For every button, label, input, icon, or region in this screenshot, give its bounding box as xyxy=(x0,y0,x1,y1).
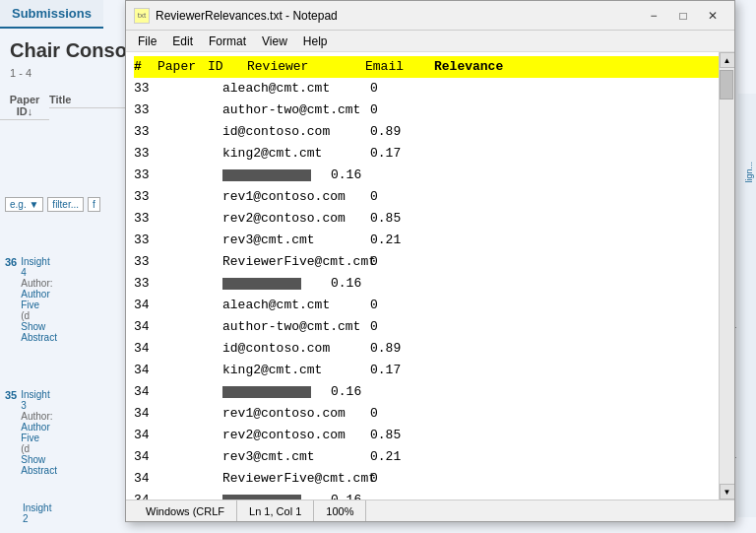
pid-34-8: 34 xyxy=(134,447,183,468)
paper-id-column-header[interactable]: Paper ID↓ xyxy=(0,94,49,120)
data-row-14: 34 king2@cmt.cmt 0.17 xyxy=(134,360,726,381)
paper-extra-35: (d xyxy=(21,443,57,454)
rel-34-8: 0.21 xyxy=(370,447,401,468)
email-34-3: id@contoso.com xyxy=(183,339,370,360)
paper-title-36: Insight xyxy=(21,256,57,267)
rel-33-4: 0.17 xyxy=(370,144,401,165)
email-33-4: king2@cmt.cmt xyxy=(183,144,370,165)
header-email: Email xyxy=(365,57,434,78)
data-row-7: 33 rev2@contoso.com 0.85 xyxy=(134,208,726,230)
pid-34-1: 34 xyxy=(134,296,183,316)
pid-34-3: 34 xyxy=(134,339,183,360)
show-abstract-35[interactable]: Show xyxy=(21,454,57,465)
maximize-button[interactable]: □ xyxy=(669,5,697,27)
data-row-9: 33 ReviewerFive@cmt.cmt 0 xyxy=(134,251,726,273)
example-filter[interactable]: e.g. ▼ xyxy=(5,197,43,212)
show-abstract-36[interactable]: Show xyxy=(21,321,57,332)
paper-number-36[interactable]: 36 xyxy=(5,256,17,343)
pid-33-1: 33 xyxy=(134,79,183,100)
title-column-header[interactable]: Title xyxy=(49,94,128,108)
pid-34-6: 34 xyxy=(134,404,183,425)
notepad-menubar: File Edit Format View Help xyxy=(126,31,734,52)
data-row-17: 34 rev2@contoso.com 0.85 xyxy=(134,425,726,446)
window-controls: − □ ✕ xyxy=(640,5,726,27)
email-33-3: id@contoso.com xyxy=(183,122,370,143)
rel-34-5: 0.16 xyxy=(331,382,361,403)
rel-33-7: 0.85 xyxy=(370,209,401,230)
paper-extra-36: (d xyxy=(21,310,57,321)
format-menu[interactable]: Format xyxy=(201,33,254,50)
header-hash: # xyxy=(134,57,154,78)
notepad-text-area[interactable]: # Paper ID Reviewer Email Relevance 33 a… xyxy=(126,52,734,500)
scroll-down-arrow[interactable]: ▼ xyxy=(720,484,735,500)
rel-33-10: 0.16 xyxy=(331,274,361,295)
rel-33-8: 0.21 xyxy=(370,231,401,251)
data-row-6: 33 rev1@contoso.com 0 xyxy=(134,186,726,208)
rel-34-7: 0.85 xyxy=(370,426,401,446)
submissions-tab[interactable]: Submissions xyxy=(0,0,103,29)
paper-author-five2-36[interactable]: Five xyxy=(21,300,57,310)
notepad-window: txt ReviewerRelevances.txt - Notepad − □… xyxy=(125,0,735,522)
data-row-13: 34 id@contoso.com 0.89 xyxy=(134,338,726,360)
data-row-10: 33 0.16 xyxy=(134,273,726,295)
assign-button[interactable]: lign... xyxy=(742,158,756,187)
data-row-18: 34 rev3@cmt.cmt 0.21 xyxy=(134,446,726,468)
encoding-status: Windows (CRLF xyxy=(134,500,237,521)
redacted-34-10 xyxy=(222,495,301,500)
scroll-track[interactable] xyxy=(720,68,734,484)
paper-count: 1 - 4 xyxy=(0,67,41,79)
view-menu[interactable]: View xyxy=(254,33,295,50)
pid-33-4: 33 xyxy=(134,144,183,165)
close-button[interactable]: ✕ xyxy=(699,5,726,27)
paper-row-35: 35 Insight 3 Author: Author Five (d Show… xyxy=(0,389,118,476)
edit-menu[interactable]: Edit xyxy=(164,33,201,50)
extra-filter[interactable]: f xyxy=(88,197,100,212)
scroll-thumb[interactable] xyxy=(720,70,733,100)
rel-34-2: 0 xyxy=(370,317,378,338)
vertical-scrollbar[interactable]: ▲ ▼ xyxy=(719,52,734,500)
paper-author-five-36[interactable]: Author xyxy=(21,289,57,300)
rel-34-3: 0.89 xyxy=(370,339,401,360)
rel-34-9: 0 xyxy=(370,469,378,490)
email-34-9: ReviewerFive@cmt.cmt xyxy=(183,469,370,490)
data-row-5: 33 0.16 xyxy=(134,165,726,186)
pid-33-9: 33 xyxy=(134,252,183,273)
help-menu[interactable]: Help xyxy=(295,33,336,50)
filter-row: e.g. ▼ filter... f xyxy=(0,197,105,212)
show-abstract2-36[interactable]: Abstract xyxy=(21,332,57,343)
paper-title-35: Insight xyxy=(21,389,57,400)
data-row-19: 34 ReviewerFive@cmt.cmt 0 xyxy=(134,468,726,490)
file-menu[interactable]: File xyxy=(130,33,164,50)
show-abstract2-35[interactable]: Abstract xyxy=(21,465,57,476)
rel-33-1: 0 xyxy=(370,79,378,100)
rel-33-5: 0.16 xyxy=(331,166,361,186)
position-status: Ln 1, Col 1 xyxy=(237,500,314,521)
pid-33-6: 33 xyxy=(134,187,183,208)
redacted-33-10 xyxy=(222,278,301,290)
data-row-1: 33 aleach@cmt.cmt 0 xyxy=(134,78,726,100)
paper-author-five2-35[interactable]: Five xyxy=(21,433,57,443)
rel-33-3: 0.89 xyxy=(370,122,401,143)
paper-number-35[interactable]: 35 xyxy=(5,389,17,476)
redacted-33-5 xyxy=(222,169,311,181)
data-row-20: 34 0.16 xyxy=(134,490,726,500)
paper-author-35: Author: xyxy=(21,411,57,422)
rel-34-10: 0.16 xyxy=(331,491,361,500)
pid-34-7: 34 xyxy=(134,426,183,446)
pid-33-7: 33 xyxy=(134,209,183,230)
paper-author-five-35[interactable]: Author xyxy=(21,422,57,433)
scroll-up-arrow[interactable]: ▲ xyxy=(720,52,735,68)
pid-34-9: 34 xyxy=(134,469,183,490)
pid-34-5: 34 xyxy=(134,382,183,403)
minimize-button[interactable]: − xyxy=(640,5,667,27)
rel-33-9: 0 xyxy=(370,252,378,273)
paper-title-36b: 4 xyxy=(21,267,57,278)
zoom-status: 100% xyxy=(314,500,366,521)
content-header-line: # Paper ID Reviewer Email Relevance xyxy=(134,56,726,78)
data-row-11: 34 aleach@cmt.cmt 0 xyxy=(134,295,726,316)
redacted-34-5 xyxy=(222,386,311,398)
data-row-15: 34 0.16 xyxy=(134,381,726,403)
filter-button[interactable]: filter... xyxy=(47,197,84,212)
header-id: ID xyxy=(208,57,237,78)
email-34-1: aleach@cmt.cmt xyxy=(183,296,370,316)
